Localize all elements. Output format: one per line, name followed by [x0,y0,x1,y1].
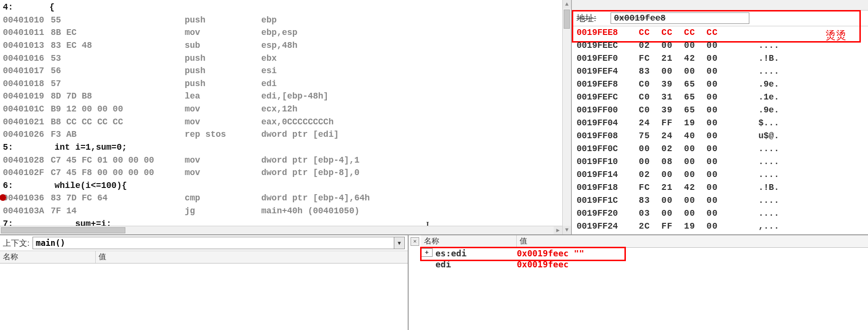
memory-row[interactable]: 0019FEF8C0 39 65 00.9e. [577,78,863,91]
disasm-line[interactable]: 0040102FC7 45 F8 00 00 00 00movdword ptr… [3,166,568,179]
disasm-line[interactable]: 004010118B ECmovebp,esp [3,26,568,39]
memory-row[interactable]: 0019FF1402 00 00 00.... [577,168,863,181]
operands: ecx,12h [261,103,298,116]
watch-right-body[interactable]: +es:edi0x0019feec ""edi0x0019feec [421,248,868,330]
address: 00401018 [3,77,51,90]
context-combo[interactable]: ▼ [33,237,405,249]
disasm-line[interactable]: 00401021B8 CC CC CC CCmoveax,0CCCCCCCCh [3,116,568,129]
memory-address-input[interactable] [611,12,749,24]
col-value[interactable]: 值 [517,235,868,247]
disasm-line[interactable]: 6: while(i<=100){ [3,179,568,192]
watch-left-body[interactable] [0,264,408,330]
watch-value: 0x0019feec [517,259,568,269]
disasm-line[interactable]: 0040103A7F 14jgmain+40h (00401050) [3,205,568,218]
disassembly-pane[interactable]: 4: {0040101055pushebp004010118B ECmovebp… [0,0,571,234]
scroll-thumb[interactable] [564,10,570,29]
horizontal-scrollbar[interactable]: ▶ [0,226,562,234]
disasm-line[interactable]: 4: { [3,1,568,14]
col-name[interactable]: 名称 [0,251,96,263]
mnemonic: push [185,14,261,27]
address: 00401017 [3,65,51,77]
mem-addr: 0019FEF8 [577,78,639,91]
scroll-up-icon[interactable]: ▲ [563,0,571,9]
address: 00401028 [3,154,51,167]
col-value[interactable]: 值 [96,251,408,263]
mem-ascii: .1e. [758,91,779,104]
address: 0040103A [3,205,51,218]
mem-ascii: .9e. [758,104,779,117]
memory-row[interactable]: 0019FF0C00 02 00 00.... [577,143,863,155]
mem-addr: 0019FEF0 [577,52,639,65]
memory-row[interactable]: 0019FF0424 FF 19 00$... [577,117,863,130]
expand-icon[interactable]: + [421,248,433,257]
memory-row[interactable]: 0019FEFCC0 31 65 00.1e. [577,91,863,104]
mem-bytes: 00 02 00 00 [639,143,758,155]
mem-bytes: 24 FF 19 00 [639,117,758,130]
memory-rows[interactable]: 烫烫 0019FEE8CC CC CC CC0019FEEC02 00 00 0… [572,26,868,234]
watch-row[interactable]: edi0x0019feec [421,259,868,270]
memory-row[interactable]: 0019FEEC02 00 00 00.... [577,39,863,52]
mem-addr: 0019FF24 [577,220,639,233]
col-name[interactable]: 名称 [421,235,517,247]
watch-name: es:edi [435,248,517,258]
operands: dword ptr [edi] [261,128,339,141]
memory-row[interactable]: 0019FF2003 00 00 00.... [577,207,863,220]
mem-addr: 0019FF00 [577,104,639,117]
memory-row[interactable]: 0019FF00C0 39 65 00.9e. [577,104,863,117]
memory-row[interactable]: 0019FF1000 08 00 00.... [577,155,863,168]
bytes: B8 CC CC CC CC [51,116,185,129]
memory-row[interactable]: 0019FEF483 00 00 00.... [577,65,863,78]
vertical-scrollbar[interactable]: ▲ ▼ [562,0,571,234]
memory-row[interactable]: 0019FEF0FC 21 42 00.!B. [577,52,863,65]
scroll-right-icon[interactable]: ▶ [554,226,562,234]
address: 0040102F [3,166,51,179]
mem-ascii: .!B. [758,181,779,194]
disasm-line[interactable]: 0040101383 EC 48subesp,48h [3,39,568,52]
memory-row[interactable]: 0019FEE8CC CC CC CC [577,26,863,39]
mem-bytes: C0 39 65 00 [639,104,758,117]
disasm-line[interactable]: 00401028C7 45 FC 01 00 00 00movdword ptr… [3,154,568,167]
disasm-line[interactable]: 0040101756pushesi [3,65,568,77]
mem-addr: 0019FF0C [577,143,639,155]
mem-bytes: FC 21 42 00 [639,181,758,194]
context-input[interactable] [33,237,394,249]
hscroll-thumb[interactable] [1,227,125,233]
mem-addr: 0019FF08 [577,130,639,143]
mem-bytes: 2C FF 19 00 [639,220,758,233]
close-icon[interactable]: ✕ [411,237,419,246]
operands: esp,48h [261,39,298,52]
address: 00401010 [3,14,51,27]
mem-ascii: .... [758,168,779,181]
watch-right-pane: ✕ 名称 值 +es:edi0x0019feec ""edi0x0019feec [409,235,868,330]
operands: dword ptr [ebp-4],64h [261,192,370,205]
disasm-line[interactable]: 0040101653pushebx [3,52,568,65]
mem-ascii: .... [758,65,779,78]
bytes: 56 [51,65,185,77]
disasm-line[interactable]: 0040101CB9 12 00 00 00movecx,12h [3,103,568,116]
dropdown-icon[interactable]: ▼ [394,237,404,249]
mem-ascii: .... [758,143,779,155]
mem-bytes: 00 08 00 00 [639,155,758,168]
watch-row[interactable]: +es:edi0x0019feec "" [421,248,868,259]
annotation-text: 烫烫 [825,27,846,43]
mem-addr: 0019FEF4 [577,65,639,78]
mnemonic: mov [185,154,261,167]
disasm-line[interactable]: 004010198D 7D B8leaedi,[ebp-48h] [3,90,568,103]
mnemonic: mov [185,26,261,39]
scroll-down-icon[interactable]: ▼ [563,226,571,234]
mnemonic: sub [185,39,261,52]
memory-row[interactable]: 0019FF1C83 00 00 00.... [577,194,863,207]
mem-bytes: C0 31 65 00 [639,91,758,104]
memory-row[interactable]: 0019FF0875 24 40 00u$@. [577,130,863,143]
mnemonic: rep stos [185,128,261,141]
disasm-line[interactable]: 0040103683 7D FC 64cmpdword ptr [ebp-4],… [3,192,568,205]
memory-row[interactable]: 0019FF18FC 21 42 00.!B. [577,181,863,194]
disasm-line[interactable]: 0040101857pushedi [3,77,568,90]
mem-ascii: .... [758,194,779,207]
disasm-line[interactable]: 5: int i=1,sum=0; [3,141,568,154]
memory-row[interactable]: 0019FF242C FF 19 00,... [577,220,863,233]
disasm-line[interactable]: 00401026F3 ABrep stosdword ptr [edi] [3,128,568,141]
mem-ascii: .!B. [758,52,779,65]
disasm-line[interactable]: 0040101055pushebp [3,14,568,27]
bytes: 83 7D FC 64 [51,192,185,205]
